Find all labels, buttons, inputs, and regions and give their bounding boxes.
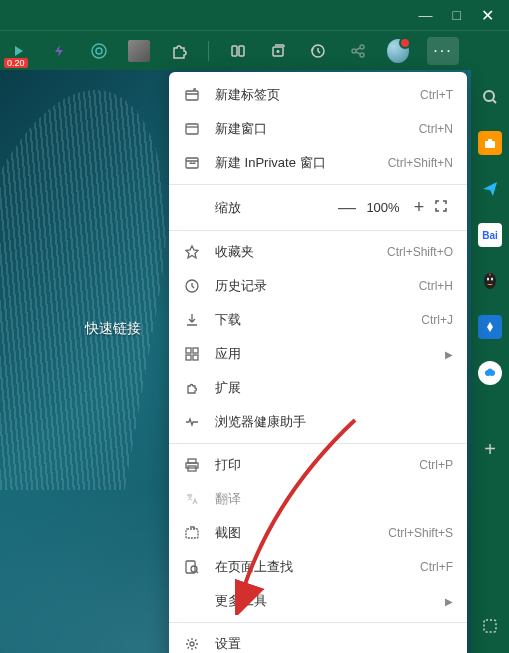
puzzle-icon[interactable] <box>168 40 190 62</box>
menu-screenshot[interactable]: 截图 Ctrl+Shift+S <box>169 516 467 550</box>
play-icon[interactable]: 0.20 <box>8 40 30 62</box>
new-tab-icon <box>183 86 201 104</box>
menu-label: 截图 <box>215 524 388 542</box>
menu-shortcut: Ctrl+N <box>419 122 453 136</box>
sidebar-briefcase-icon[interactable] <box>478 131 502 155</box>
svg-rect-8 <box>488 139 492 141</box>
gear-icon <box>183 635 201 653</box>
extensions-icon <box>183 379 201 397</box>
svg-rect-27 <box>186 529 198 538</box>
download-icon <box>183 311 201 329</box>
svg-rect-15 <box>484 620 496 632</box>
collections-icon[interactable] <box>267 40 289 62</box>
svg-rect-2 <box>232 46 237 56</box>
submenu-arrow-icon: ▶ <box>445 596 453 607</box>
menu-divider <box>169 230 467 231</box>
menu-history[interactable]: 历史记录 Ctrl+H <box>169 269 467 303</box>
sidebar-app-icon[interactable] <box>478 315 502 339</box>
menu-more-tools[interactable]: 更多工具 ▶ <box>169 584 467 618</box>
menu-new-inprivate[interactable]: 新建 InPrivate 窗口 Ctrl+Shift+N <box>169 146 467 180</box>
close-button[interactable]: ✕ <box>481 6 494 25</box>
menu-print[interactable]: 打印 Ctrl+P <box>169 448 467 482</box>
zoom-label: 缩放 <box>215 199 333 217</box>
maximize-button[interactable]: □ <box>453 7 461 23</box>
split-icon[interactable] <box>227 40 249 62</box>
menu-shortcut: Ctrl+T <box>420 88 453 102</box>
menu-label: 扩展 <box>215 379 453 397</box>
menu-shortcut: Ctrl+P <box>419 458 453 472</box>
spiral-icon[interactable] <box>88 40 110 62</box>
menu-label: 历史记录 <box>215 277 419 295</box>
menu-new-tab[interactable]: 新建标签页 Ctrl+T <box>169 78 467 112</box>
menu-find[interactable]: 在页面上查找 Ctrl+F <box>169 550 467 584</box>
main-menu: 新建标签页 Ctrl+T 新建窗口 Ctrl+N 新建 InPrivate 窗口… <box>169 72 467 653</box>
menu-shortcut: Ctrl+Shift+O <box>387 245 453 259</box>
submenu-arrow-icon: ▶ <box>445 349 453 360</box>
profile-icon[interactable] <box>387 40 409 62</box>
toolbar-separator <box>208 41 209 61</box>
svg-rect-28 <box>186 561 195 573</box>
quick-links-label: 快速链接 <box>85 320 141 338</box>
star-icon <box>183 243 201 261</box>
svg-point-14 <box>488 369 493 374</box>
menu-label: 收藏夹 <box>215 243 387 261</box>
menu-label: 应用 <box>215 345 437 363</box>
svg-point-0 <box>92 44 106 58</box>
more-button[interactable]: ··· <box>427 37 459 65</box>
menu-shortcut: Ctrl+H <box>419 279 453 293</box>
fullscreen-icon[interactable] <box>433 198 453 217</box>
menu-health[interactable]: 浏览器健康助手 <box>169 405 467 439</box>
print-icon <box>183 456 201 474</box>
avatar-icon[interactable] <box>128 40 150 62</box>
translate-icon <box>183 490 201 508</box>
window-titlebar: — □ ✕ <box>0 0 509 30</box>
inprivate-icon <box>183 154 201 172</box>
menu-label: 新建窗口 <box>215 120 419 138</box>
history-icon[interactable] <box>307 40 329 62</box>
menu-label: 设置 <box>215 635 453 653</box>
sidebar-add-icon[interactable]: + <box>478 437 502 461</box>
menu-zoom: 缩放 — 100% + <box>169 189 467 226</box>
sidebar-send-icon[interactable] <box>478 177 502 201</box>
zoom-out-button[interactable]: — <box>333 197 361 218</box>
menu-apps[interactable]: 应用 ▶ <box>169 337 467 371</box>
share-icon[interactable] <box>347 40 369 62</box>
menu-shortcut: Ctrl+J <box>421 313 453 327</box>
menu-divider <box>169 622 467 623</box>
svg-rect-21 <box>193 348 198 353</box>
menu-translate[interactable]: 翻译 <box>169 482 467 516</box>
menu-shortcut: Ctrl+F <box>420 560 453 574</box>
svg-point-11 <box>491 278 493 281</box>
menu-divider <box>169 443 467 444</box>
menu-label: 在页面上查找 <box>215 558 420 576</box>
svg-rect-3 <box>239 46 244 56</box>
sidebar-qq-icon[interactable] <box>478 269 502 293</box>
menu-favorites[interactable]: 收藏夹 Ctrl+Shift+O <box>169 235 467 269</box>
browser-toolbar: 0.20 ··· <box>0 30 509 70</box>
zoom-in-button[interactable]: + <box>405 197 433 218</box>
menu-shortcut: Ctrl+Shift+S <box>388 526 453 540</box>
menu-extensions[interactable]: 扩展 <box>169 371 467 405</box>
menu-settings[interactable]: 设置 <box>169 627 467 653</box>
menu-label: 翻译 <box>215 490 453 508</box>
sidebar-search-icon[interactable] <box>478 85 502 109</box>
right-sidebar: Bai + <box>471 70 509 653</box>
menu-downloads[interactable]: 下载 Ctrl+J <box>169 303 467 337</box>
screenshot-icon <box>183 524 201 542</box>
sidebar-baidu-icon[interactable]: Bai <box>478 223 502 247</box>
menu-label: 浏览器健康助手 <box>215 413 453 431</box>
menu-new-window[interactable]: 新建窗口 Ctrl+N <box>169 112 467 146</box>
bolt-icon[interactable] <box>48 40 70 62</box>
menu-divider <box>169 184 467 185</box>
svg-rect-20 <box>186 348 191 353</box>
svg-point-30 <box>190 642 194 646</box>
sidebar-cloud-icon[interactable] <box>478 361 502 385</box>
apps-icon <box>183 345 201 363</box>
minimize-button[interactable]: — <box>419 7 433 23</box>
play-badge: 0.20 <box>4 58 28 68</box>
svg-rect-7 <box>485 141 495 148</box>
svg-rect-17 <box>186 124 198 134</box>
sidebar-expand-icon[interactable] <box>478 614 502 638</box>
menu-shortcut: Ctrl+Shift+N <box>388 156 453 170</box>
history-icon <box>183 277 201 295</box>
